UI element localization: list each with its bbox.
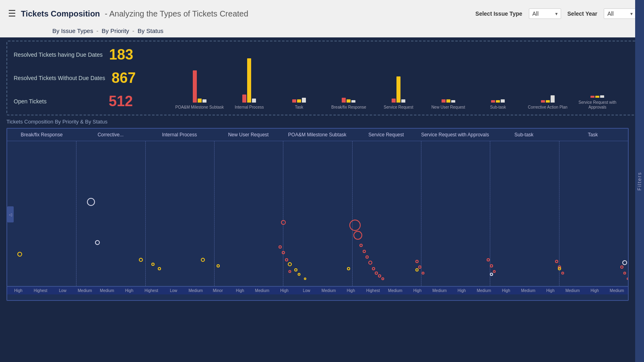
scatter-col-header-8: Task	[558, 132, 627, 138]
scatter-dot-41	[558, 267, 561, 270]
scatter-dot-14	[359, 244, 363, 247]
scatter-dot-32	[493, 270, 496, 273]
tab-by-priority[interactable]: By Priority	[101, 27, 129, 34]
nav-tabs: By Issue Types - By Priority - By Status	[0, 27, 644, 37]
scatter-dot-29	[422, 272, 425, 274]
year-select[interactable]: All	[604, 8, 636, 19]
scatter-dot-18	[372, 267, 375, 270]
scatter-col-header-5: Service Request	[352, 132, 421, 138]
scatter-dot-0	[17, 252, 22, 257]
x-label-17: Medium	[384, 288, 406, 293]
x-label-11: Medium	[251, 288, 273, 293]
x-label-2: Low	[52, 288, 74, 293]
scatter-dot-39	[347, 267, 350, 270]
bar-group-label-0: POA&M Milestone Subtask	[175, 105, 224, 110]
issue-type-wrapper[interactable]: All	[529, 8, 561, 19]
year-label: Select Year	[568, 10, 597, 17]
x-label-21: Medium	[473, 288, 495, 293]
tab-by-status[interactable]: By Status	[138, 27, 163, 34]
bar-3-0	[342, 98, 346, 103]
resolved-nodue-label: Resolved Tickets Without Due Dates	[14, 75, 105, 81]
scatter-col-header-1: Corrective...	[76, 132, 145, 138]
bar-3-2	[351, 100, 355, 103]
bar-2-1	[297, 99, 301, 103]
scatter-dot-38	[627, 278, 628, 280]
main-content: Resolved Tickets having Due Dates 183 Re…	[0, 37, 644, 304]
bar-group-label-8: Service Request with Approvals	[573, 100, 623, 110]
scatter-col-header-3: New User Request	[214, 132, 283, 138]
bar-6-0	[491, 100, 495, 103]
x-label-26: High	[584, 288, 606, 293]
x-label-10: High	[229, 288, 251, 293]
bar-1-2	[252, 99, 256, 103]
bar-8-1	[595, 96, 599, 98]
issue-type-select[interactable]: All	[529, 8, 561, 19]
scatter-dot-31	[490, 264, 493, 267]
scatter-dot-23	[279, 245, 282, 249]
scatter-dot-10	[297, 273, 300, 276]
filters-panel[interactable]: Filters	[635, 0, 644, 362]
scatter-col-header-0: Break/fix Response	[7, 132, 76, 138]
bar-chart-area: POA&M Milestone SubtaskInternal ProcessT…	[167, 46, 630, 110]
bar-group-4: Service Request	[374, 76, 423, 110]
stats-panel: Resolved Tickets having Due Dates 183 Re…	[6, 41, 638, 115]
scatter-dot-11	[304, 278, 306, 280]
scatter-dot-4	[151, 263, 155, 266]
scatter-dot-21	[381, 278, 384, 280]
year-wrapper[interactable]: All	[604, 8, 636, 19]
scatter-vline-5	[352, 141, 353, 286]
x-label-20: High	[451, 288, 473, 293]
bar-group-label-7: Corrective Action Plan	[528, 105, 568, 110]
bar-group-1: Internal Process	[225, 58, 275, 110]
scatter-col-header-6: Service Request with Approvals	[421, 132, 489, 138]
x-label-23: Medium	[517, 288, 539, 293]
bar-group-2: Task	[274, 98, 324, 110]
scatter-vline-1	[76, 141, 76, 286]
bar-4-0	[392, 99, 396, 103]
header: ☰ Tickets Composition - Analyzing the Ty…	[0, 0, 644, 27]
scatter-vline-4	[283, 141, 283, 286]
hamburger-icon[interactable]: ☰	[8, 8, 16, 19]
tab-by-issue-types[interactable]: By Issue Types	[52, 27, 93, 34]
x-label-16: Highest	[362, 288, 384, 293]
bar-1-0	[242, 95, 246, 103]
bar-8-2	[600, 95, 604, 98]
scatter-body	[7, 141, 628, 286]
x-label-25: Medium	[561, 288, 584, 293]
bar-group-7: Corrective Action Plan	[523, 95, 573, 110]
scatter-dot-25	[285, 258, 288, 261]
left-scroll-handle[interactable]: ◁	[7, 206, 14, 222]
scatter-dot-15	[363, 250, 366, 253]
scatter-vline-6	[421, 141, 421, 286]
scatter-dot-16	[365, 255, 369, 259]
x-label-15: High	[340, 288, 362, 293]
bar-group-label-1: Internal Process	[235, 105, 264, 110]
bar-0-2	[202, 99, 206, 103]
scatter-dot-27	[415, 260, 419, 263]
x-label-19: Medium	[428, 288, 450, 293]
scatter-container: Break/fix ResponseCorrective...Internal …	[6, 128, 629, 301]
page-title: Tickets Composition	[21, 9, 100, 19]
x-label-9: Minor	[207, 288, 229, 293]
x-label-7: Low	[163, 288, 185, 293]
header-filters: Select Issue Type All Select Year All	[475, 8, 636, 19]
bar-group-3: Break/fix Response	[324, 98, 374, 110]
x-label-5: High	[118, 288, 140, 293]
bar-5-1	[446, 99, 450, 103]
bar-4-1	[396, 76, 400, 103]
bar-2-0	[292, 99, 296, 103]
bar-group-5: New User Request	[423, 99, 473, 110]
bar-0-0	[193, 70, 197, 103]
scatter-col-header-4: POA&M Milestone Subtask	[283, 132, 352, 138]
scatter-col-header-7: Sub-task	[489, 132, 558, 138]
scatter-dot-1	[87, 198, 95, 206]
open-label: Open Tickets	[14, 98, 102, 105]
x-label-3: Medium	[74, 288, 96, 293]
scatter-dot-5	[158, 267, 161, 270]
bar-group-label-5: New User Request	[431, 105, 465, 110]
x-label-27: Medium	[606, 288, 628, 293]
scatter-dot-42	[490, 273, 493, 276]
stat-row-resolved-nodue: Resolved Tickets Without Due Dates 867	[14, 70, 167, 86]
bar-2-2	[302, 98, 306, 103]
scatter-dot-7	[217, 264, 220, 267]
